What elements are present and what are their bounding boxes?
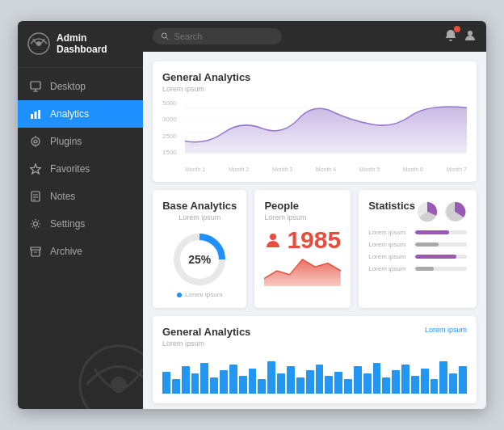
bar-item <box>277 373 285 394</box>
donut-chart: 25% <box>171 231 228 288</box>
statistics-title: Statistics <box>368 200 415 212</box>
stat-bar-bg <box>415 255 467 259</box>
sidebar-item-label-settings: Settings <box>50 218 85 230</box>
profile-icon[interactable] <box>464 29 477 44</box>
sidebar-item-label-desktop: Desktop <box>50 81 86 92</box>
svg-point-21 <box>162 33 166 38</box>
stat-row: Lorem ipsum <box>368 253 467 260</box>
stat-row: Lorem ipsum <box>368 265 467 272</box>
stat-bar-bg <box>415 242 467 247</box>
stat-label: Lorem ipsum <box>368 265 410 272</box>
legend-dot <box>177 293 182 297</box>
base-analytics-title: Base Analytics <box>162 200 237 212</box>
stat-bar-fill <box>415 230 448 234</box>
bar-item <box>306 370 314 394</box>
sidebar-item-plugins[interactable]: Plugins <box>18 128 143 155</box>
svg-point-17 <box>34 221 38 226</box>
sidebar-header: Admin Dashboard <box>18 21 143 68</box>
bar-item <box>162 372 170 394</box>
sidebar-title: Admin Dashboard <box>57 32 133 56</box>
bar-item <box>411 376 419 394</box>
svg-line-22 <box>166 37 169 40</box>
bar-item <box>392 370 400 394</box>
people-icon <box>264 231 282 249</box>
bar-item <box>344 379 352 394</box>
mountain-chart <box>264 255 341 286</box>
chart-xaxis: Month 1 Month 2 Month 3 Month 4 Month 5 … <box>185 167 467 172</box>
stats-bars: Lorem ipsum Lorem ipsum Lorem ipsum Lore… <box>368 229 467 272</box>
svg-rect-5 <box>31 114 33 119</box>
sidebar-item-analytics[interactable]: Analytics <box>18 100 143 128</box>
mid-row: Base Analytics Lorem ipsum 25% Lorem ips… <box>153 190 477 308</box>
stat-label: Lorem ipsum <box>368 241 410 248</box>
bar-item <box>287 366 295 394</box>
sidebar: Admin Dashboard Desktop Analytics <box>18 21 143 409</box>
bar-item <box>459 366 467 394</box>
bottom-analytics-card: General Analytics Lorem ipsum Lorem ipsu… <box>153 316 477 403</box>
y-label-4: 1500 <box>162 149 177 156</box>
area-chart: 5000 3000 2500 1500 <box>162 99 467 172</box>
bar-item <box>449 373 457 394</box>
bar-item <box>401 365 410 394</box>
desktop-icon <box>29 80 42 93</box>
people-number: 1985 <box>264 228 341 252</box>
bar-item <box>200 363 208 394</box>
svg-point-8 <box>32 137 40 145</box>
bar-item <box>430 379 439 394</box>
sidebar-item-notes[interactable]: Notes <box>18 183 143 210</box>
chart-svg-area <box>185 99 467 158</box>
watermark-logo <box>78 344 143 409</box>
sidebar-item-desktop[interactable]: Desktop <box>18 73 143 100</box>
sidebar-item-archive[interactable]: Archive <box>18 238 143 265</box>
sidebar-item-favorites[interactable]: Favorites <box>18 155 143 183</box>
stat-bar-bg <box>415 267 467 271</box>
donut-percent: 25% <box>188 253 211 266</box>
donut-legend: Lorem ipsum <box>177 291 222 298</box>
y-label-3: 2500 <box>162 133 177 140</box>
bar-item <box>220 370 228 394</box>
bar-item <box>210 377 218 394</box>
bar-item <box>239 376 247 394</box>
sidebar-item-label-notes: Notes <box>50 191 75 202</box>
base-analytics-card: Base Analytics Lorem ipsum 25% Lorem ips… <box>153 190 246 308</box>
stats-pie-chart <box>415 200 439 224</box>
chart-yaxis: 5000 3000 2500 1500 <box>162 99 177 156</box>
search-box[interactable] <box>153 28 282 44</box>
sidebar-item-label-favorites: Favorites <box>50 163 90 175</box>
bar-item <box>296 377 304 394</box>
bar-item <box>382 377 390 394</box>
people-subtitle: Lorem ipsum <box>264 213 341 221</box>
stat-bar-fill <box>415 267 433 271</box>
bar-item <box>354 366 362 394</box>
bar-item <box>229 365 237 394</box>
y-label-1: 5000 <box>162 99 177 107</box>
stat-bar-bg <box>415 230 467 234</box>
statistics-card: Statistics <box>359 190 477 308</box>
bar-item <box>325 376 333 394</box>
bottom-analytics-link[interactable]: Lorem ipsum <box>425 326 467 334</box>
bar-item <box>182 366 190 394</box>
search-input[interactable] <box>174 32 274 41</box>
people-card: People Lorem ipsum 1985 <box>254 190 351 308</box>
bottom-analytics-subtitle: Lorem ipsum <box>162 339 250 348</box>
svg-rect-7 <box>38 110 40 119</box>
bar-item <box>191 373 200 394</box>
svg-point-19 <box>80 346 143 409</box>
people-title: People <box>264 200 341 212</box>
bar-item <box>267 361 275 394</box>
plugin-icon <box>29 135 42 148</box>
notification-icon[interactable] <box>444 29 457 44</box>
sidebar-logo <box>27 32 50 55</box>
base-analytics-subtitle: Lorem ipsum <box>178 213 220 221</box>
settings-icon <box>29 217 42 230</box>
general-analytics-title: General Analytics <box>162 71 467 83</box>
bar-item <box>172 379 180 394</box>
bar-item <box>334 372 342 394</box>
content-area: General Analytics Lorem ipsum 5000 3000 … <box>143 52 486 409</box>
bottom-analytics-title: General Analytics <box>162 326 250 338</box>
bottom-card-header: General Analytics Lorem ipsum Lorem ipsu… <box>162 326 467 354</box>
main-content: General Analytics Lorem ipsum 5000 3000 … <box>143 21 486 409</box>
sidebar-item-settings[interactable]: Settings <box>18 210 143 238</box>
app-container: Admin Dashboard Desktop Analytics <box>18 21 486 409</box>
stat-row: Lorem ipsum <box>368 241 467 248</box>
